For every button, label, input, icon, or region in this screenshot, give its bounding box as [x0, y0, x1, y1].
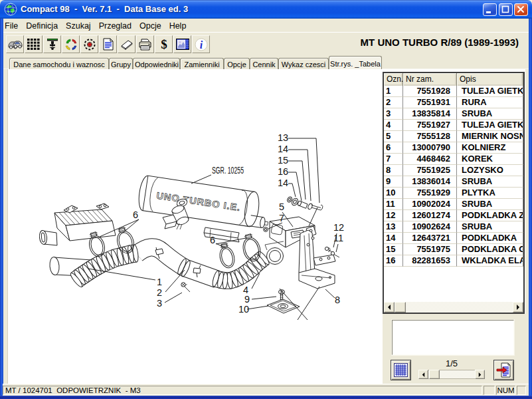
scrollbar-thumb[interactable] — [395, 302, 406, 313]
cell-opis-row10[interactable]: PLYTKA — [457, 188, 523, 199]
scroll-right-button[interactable] — [513, 302, 523, 313]
toolbar-button-image-screen-icon[interactable] — [173, 35, 191, 53]
cell-opis-row6[interactable]: KOLNIERZ — [457, 142, 523, 154]
cell-nrzam-row6[interactable]: 13000790 — [403, 142, 457, 154]
cell-nrzam-row12[interactable]: 12601274 — [403, 210, 457, 221]
tab-wykaz-czesci[interactable]: Wykaz czesci — [278, 58, 329, 69]
toolbar-button-document-icon[interactable] — [99, 35, 117, 53]
cell-ozn-row4[interactable]: 4 — [384, 120, 403, 131]
cell-ozn-row12[interactable]: 12 — [384, 210, 403, 221]
cell-opis-row2[interactable]: RURA — [457, 97, 523, 108]
column-header-nrzam[interactable]: Nr zam. — [403, 73, 457, 86]
tab-grupy[interactable]: Grupy — [109, 58, 133, 69]
close-button[interactable] — [514, 3, 528, 16]
column-header-ozn[interactable]: Ozn. — [384, 73, 403, 86]
page-prev-button[interactable] — [418, 370, 428, 379]
minimize-button[interactable] — [483, 3, 497, 16]
cell-nrzam-row13[interactable]: 10902624 — [403, 221, 457, 233]
note-box[interactable] — [392, 320, 514, 355]
cell-nrzam-row1[interactable]: 7551928 — [403, 86, 457, 97]
nut-7 — [264, 227, 268, 232]
cell-nrzam-row2[interactable]: 7551931 — [403, 97, 457, 108]
cell-nrzam-row11[interactable]: 10902024 — [403, 199, 457, 210]
cell-opis-row7[interactable]: KOREK — [457, 154, 523, 165]
cell-nrzam-row15[interactable]: 7551975 — [403, 244, 457, 255]
cell-nrzam-row5[interactable]: 7555128 — [403, 131, 457, 142]
tab-dane-samochodu-i-waznosc[interactable]: Dane samochodu i waznosc — [9, 58, 109, 69]
toolbar-button-dollar-icon[interactable]: $ — [155, 35, 173, 53]
cell-opis-row3[interactable]: SRUBA — [457, 108, 523, 120]
cell-opis-row9[interactable]: SRUBA — [457, 176, 523, 188]
toolbar-button-info-icon[interactable]: i — [192, 35, 210, 53]
cell-opis-row15[interactable]: PODKLADKA G — [457, 244, 523, 255]
cell-nrzam-row16[interactable]: 82281653 — [403, 255, 457, 267]
cell-nrzam-row4[interactable]: 7551927 — [403, 120, 457, 131]
cars-icon — [8, 39, 23, 50]
menu-item-opcje[interactable]: Opcje — [135, 19, 165, 31]
cell-nrzam-row14[interactable]: 12643721 — [403, 233, 457, 244]
cell-ozn-row16[interactable]: 16 — [384, 255, 403, 267]
cell-opis-row16[interactable]: WKLADKA ELAST — [457, 255, 523, 267]
scroll-left-button[interactable] — [384, 302, 395, 313]
cell-ozn-row5[interactable]: 5 — [384, 131, 403, 142]
tab-cennik[interactable]: Cennik — [250, 58, 278, 69]
maximize-button[interactable] — [499, 3, 513, 16]
toolbar-button-printer-icon[interactable] — [136, 35, 154, 53]
cell-opis-row11[interactable]: SRUBA — [457, 199, 523, 210]
tab-odpowiedniki[interactable]: Odpowiedniki — [133, 58, 180, 69]
toolbar-button-grid-icon[interactable] — [25, 35, 43, 53]
export-button[interactable] — [493, 360, 514, 380]
cell-opis-row8[interactable]: LOZYSKO — [457, 165, 523, 176]
leader-line-13 — [288, 138, 319, 203]
menu-item-help[interactable]: Help — [165, 19, 191, 31]
cell-ozn-row8[interactable]: 8 — [384, 165, 403, 176]
toolbar-button-target-icon[interactable] — [80, 35, 98, 53]
menu-item-przeglad[interactable]: Przeglad — [95, 19, 135, 31]
toolbar-button-eraser-icon[interactable] — [118, 35, 135, 53]
cell-ozn-row6[interactable]: 6 — [384, 142, 403, 154]
toolbar-button-rotate-colors-icon[interactable] — [62, 35, 80, 53]
page-slider[interactable] — [418, 370, 485, 379]
diagram-shape: UNO TURBO I.E. — [39, 175, 339, 313]
cell-opis-row13[interactable]: SRUBA — [457, 221, 523, 233]
cell-nrzam-row7[interactable]: 4468462 — [403, 154, 457, 165]
page-slider-thumb[interactable] — [429, 370, 440, 379]
menu-item-file[interactable]: File — [1, 19, 22, 31]
toolbar-button-cars-icon[interactable] — [6, 35, 24, 53]
cell-nrzam-row9[interactable]: 13836014 — [403, 176, 457, 188]
table-view-button[interactable] — [391, 360, 411, 380]
status-message: MT / 1024701 ODPOWIETRZNIK - M3 — [3, 386, 482, 395]
cell-opis-row1[interactable]: TULEJA GIETKA — [457, 86, 523, 97]
cell-ozn-row15[interactable]: 15 — [384, 244, 403, 255]
menu-item-definicja[interactable]: Definicja — [22, 19, 62, 31]
callout-12: 12 — [333, 222, 344, 233]
tab-str-rys-tabela[interactable]: Str.rys. _Tabela — [329, 56, 382, 69]
cell-ozn-row11[interactable]: 11 — [384, 199, 403, 210]
cell-ozn-row13[interactable]: 13 — [384, 221, 403, 233]
diagram-shape — [99, 205, 102, 208]
tab-opcje[interactable]: Opcje — [224, 58, 250, 69]
page-next-button[interactable] — [475, 370, 485, 379]
cell-ozn-row2[interactable]: 2 — [384, 97, 403, 108]
cell-ozn-row9[interactable]: 9 — [384, 176, 403, 188]
table-horizontal-scrollbar[interactable] — [384, 302, 523, 313]
cell-ozn-row1[interactable]: 1 — [384, 86, 403, 97]
diagram-shape — [308, 203, 313, 209]
cell-ozn-row14[interactable]: 14 — [384, 233, 403, 244]
cell-ozn-row7[interactable]: 7 — [384, 154, 403, 165]
cell-opis-row5[interactable]: MIERNIK NOSN — [457, 131, 523, 142]
toolbar-button-press-filter-icon[interactable] — [43, 35, 61, 53]
cell-ozn-row3[interactable]: 3 — [384, 108, 403, 120]
leader-line-8 — [325, 289, 335, 298]
cell-opis-row12[interactable]: PODKLADKA ZE — [457, 210, 523, 221]
cell-nrzam-row3[interactable]: 13835814 — [403, 108, 457, 120]
cell-nrzam-row10[interactable]: 7551929 — [403, 188, 457, 199]
cell-opis-row14[interactable]: PODKLADKA — [457, 233, 523, 244]
menu-item-szukaj[interactable]: Szukaj — [62, 19, 95, 31]
tab-zamienniki[interactable]: Zamienniki — [180, 58, 224, 69]
cell-ozn-row10[interactable]: 10 — [384, 188, 403, 199]
cell-nrzam-row8[interactable]: 7551925 — [403, 165, 457, 176]
press-filter-icon — [46, 38, 58, 51]
column-header-opis[interactable]: Opis — [457, 73, 523, 86]
cell-opis-row4[interactable]: TULEJA GIETKA — [457, 120, 523, 131]
